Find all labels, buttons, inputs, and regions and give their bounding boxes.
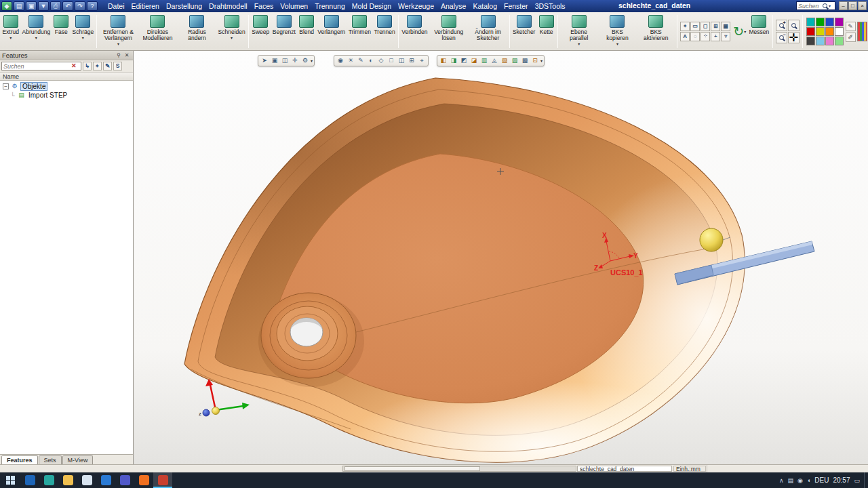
active-document-field[interactable]: schlechte_cad_daten bbox=[577, 466, 672, 472]
texture-icon[interactable]: ▩ bbox=[520, 56, 530, 65]
maximize-button[interactable]: □ bbox=[848, 1, 857, 10]
volume-icon[interactable]: ◖ bbox=[807, 477, 810, 484]
menu-werkzeuge[interactable]: Werkzeuge bbox=[395, 1, 437, 11]
keyboard-language[interactable]: DEU bbox=[814, 476, 829, 484]
reflection-icon[interactable]: ▨ bbox=[510, 56, 519, 65]
text-annotation-icon[interactable]: A bbox=[680, 32, 690, 41]
start-button[interactable] bbox=[0, 472, 20, 488]
extrude-button[interactable]: Extrud bbox=[1, 13, 20, 50]
notification-center-icon[interactable]: ▭ bbox=[854, 477, 860, 484]
plane-display-icon[interactable]: □ bbox=[387, 56, 396, 65]
new-file-icon[interactable]: ▤ bbox=[14, 1, 24, 11]
rotate-view-icon[interactable]: ↻ bbox=[733, 24, 744, 39]
menu-faces[interactable]: Faces bbox=[251, 1, 277, 11]
status-scrollbar-thumb[interactable] bbox=[344, 466, 480, 471]
menu-editieren[interactable]: Editieren bbox=[128, 1, 163, 11]
taskbar-app-browser-circle[interactable] bbox=[20, 472, 39, 488]
blend-button[interactable]: Blend bbox=[297, 13, 316, 50]
tray-expand-icon[interactable]: ∧ bbox=[779, 477, 784, 484]
palette-color-swatch[interactable] bbox=[806, 37, 815, 45]
shell-model[interactable] bbox=[134, 51, 846, 464]
undo-icon[interactable]: ↶ bbox=[62, 1, 73, 11]
options-gear-icon[interactable]: ⚙ bbox=[300, 56, 310, 65]
menu-analyse[interactable]: Analyse bbox=[437, 1, 469, 11]
select-region-icon[interactable]: ⌖ bbox=[680, 22, 690, 31]
section-mode-icon[interactable]: ▥ bbox=[479, 56, 489, 65]
activate-ucs-button[interactable]: BKS aktivieren bbox=[636, 13, 675, 50]
filter-icon[interactable]: ↳ bbox=[83, 62, 92, 70]
menu-3dstools[interactable]: 3DSTools bbox=[532, 1, 569, 11]
tab-mview[interactable]: M-View bbox=[62, 455, 94, 464]
menu-drahtmodell[interactable]: Drahtmodell bbox=[205, 1, 251, 11]
shaded-mode-icon[interactable]: ◧ bbox=[439, 56, 448, 65]
highlight-icon[interactable]: ◉ bbox=[336, 56, 345, 65]
copy-ucs-button[interactable]: BKS kopieren bbox=[599, 13, 637, 50]
remove-extend-button[interactable]: Entfernen & Verlängern bbox=[98, 13, 138, 50]
measure-button[interactable]: Messen bbox=[747, 13, 770, 50]
move-mode-icon[interactable]: ✛ bbox=[290, 56, 300, 65]
extend-button[interactable]: Verlängern bbox=[316, 13, 347, 50]
menu-fenster[interactable]: Fenster bbox=[500, 1, 532, 11]
palette-color-swatch[interactable] bbox=[816, 37, 825, 45]
parallel-plane-button[interactable]: Ebene parallel bbox=[559, 13, 599, 50]
tray-display-icon[interactable]: ▤ bbox=[788, 477, 794, 484]
zoom-in-icon[interactable]: + bbox=[776, 20, 787, 31]
change-radius-button[interactable]: Radius ändern bbox=[177, 13, 216, 50]
menu-trennung[interactable]: Trennung bbox=[311, 1, 349, 11]
sweep-button[interactable]: Sweep bbox=[250, 13, 271, 50]
disconnect-button[interactable]: Verbindung lösen bbox=[429, 13, 469, 50]
taskbar-app-mail-app[interactable] bbox=[39, 472, 58, 488]
lightbulb-icon[interactable]: ☀ bbox=[346, 56, 355, 65]
search-options-dropdown-icon[interactable]: ▾ bbox=[829, 3, 831, 8]
cursor-select-icon[interactable]: ➤ bbox=[260, 56, 269, 65]
render-options-icon[interactable]: ⊡ bbox=[530, 56, 540, 65]
help-icon[interactable]: ? bbox=[87, 1, 98, 11]
sketcher-button[interactable]: Sketcher bbox=[511, 13, 537, 50]
pencil-icon[interactable]: ✎ bbox=[846, 22, 856, 31]
chain-button[interactable]: Kette bbox=[537, 13, 556, 50]
open-file-icon[interactable]: ▣ bbox=[26, 1, 37, 11]
clear-search-icon[interactable]: ✕ bbox=[71, 63, 77, 69]
menu-datei[interactable]: Datei bbox=[104, 1, 128, 11]
palette-color-swatch[interactable] bbox=[835, 27, 844, 36]
locate-icon[interactable]: ⌖ bbox=[93, 62, 102, 70]
chamfer-button[interactable]: Fase bbox=[52, 13, 71, 50]
hidden-line-icon[interactable]: ◩ bbox=[459, 56, 469, 65]
tree-item-objekte[interactable]: − ⚙ Objekte bbox=[0, 82, 133, 91]
palette-color-swatch[interactable] bbox=[825, 18, 834, 26]
network-icon[interactable]: ◉ bbox=[797, 477, 803, 484]
units-field[interactable]: Einh.:mm bbox=[673, 466, 706, 472]
fillet-button[interactable]: Abrundung bbox=[20, 13, 52, 50]
split-button[interactable]: Trennen bbox=[372, 13, 397, 50]
select-points-icon[interactable]: ⁘ bbox=[701, 32, 710, 41]
add-selection-icon[interactable]: + bbox=[711, 32, 720, 41]
sets-mode-icon[interactable]: S bbox=[113, 62, 122, 70]
panel-search-input[interactable] bbox=[3, 63, 71, 70]
grid-display-icon[interactable]: ⊞ bbox=[407, 56, 416, 65]
tree-column-header[interactable]: Name bbox=[0, 72, 133, 81]
center-target-icon[interactable]: ⌖ bbox=[417, 56, 427, 65]
split-view-icon[interactable]: ◫ bbox=[397, 56, 406, 65]
menu-volumen[interactable]: Volumen bbox=[277, 1, 311, 11]
edit-list-icon[interactable]: ✎ bbox=[103, 62, 112, 70]
palette-color-swatch[interactable] bbox=[816, 27, 825, 36]
clock[interactable]: 20:57 bbox=[833, 476, 850, 484]
transparent-mode-icon[interactable]: ◪ bbox=[469, 56, 479, 65]
minimize-button[interactable]: – bbox=[839, 1, 848, 10]
selection-options-dropdown-icon[interactable]: ▿ bbox=[721, 32, 730, 41]
taskbar-app-office-app[interactable] bbox=[115, 472, 134, 488]
taskbar-app-cad-app[interactable] bbox=[153, 472, 172, 488]
zoom-out-icon[interactable]: − bbox=[776, 32, 787, 43]
pin-icon[interactable]: ⚲ bbox=[115, 52, 123, 59]
global-search-input[interactable] bbox=[798, 3, 821, 9]
perspective-icon[interactable]: ◬ bbox=[490, 56, 499, 65]
draft-button[interactable]: Schräge bbox=[71, 13, 95, 50]
select-mode-dropdown-icon[interactable]: ▾ bbox=[311, 58, 313, 63]
bounded-button[interactable]: Begrenzt bbox=[271, 13, 298, 50]
select-circle-icon[interactable]: ◌ bbox=[690, 32, 700, 41]
select-grid-icon[interactable]: ⊞ bbox=[711, 22, 720, 31]
tree-item-import-step[interactable]: └ ▤ Import STEP bbox=[0, 91, 133, 100]
select-face-icon[interactable]: ◻ bbox=[701, 22, 710, 31]
menu-mold-design[interactable]: Mold Design bbox=[349, 1, 395, 11]
expander-icon[interactable]: − bbox=[3, 83, 9, 89]
